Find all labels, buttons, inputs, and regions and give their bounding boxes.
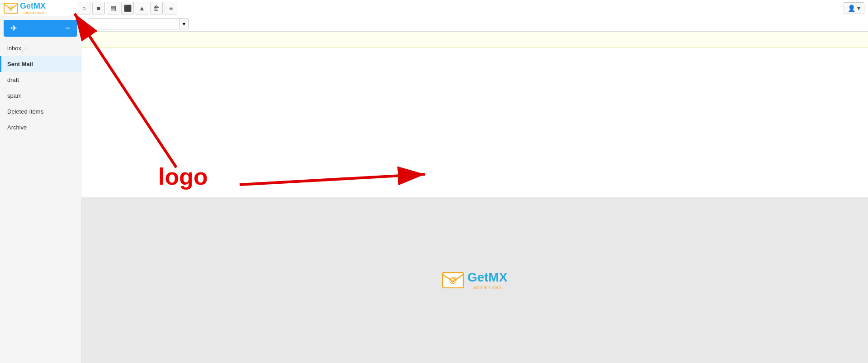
logo-brand: GetMX <box>20 1 46 10</box>
delete-button[interactable]: 🗑 <box>150 2 163 14</box>
logo-area[interactable]: @ GetMX - domain mail - <box>4 1 76 15</box>
more-button[interactable]: ≡ <box>165 2 177 14</box>
archive-label: Archive <box>7 124 27 131</box>
header: @ GetMX - domain mail - ○ ■ ▤ ⬛ ▲ 🗑 ≡ 👤 … <box>0 0 868 16</box>
logo-tagline: - domain mail - <box>20 11 47 15</box>
center-logo-brand: GetMX <box>467 270 508 285</box>
read-button[interactable]: ■ <box>92 2 105 14</box>
mail-toolbar: ▾ <box>81 16 868 32</box>
center-logo-text: GetMX - domain mail - <box>467 270 508 290</box>
sidebar-item-sent[interactable]: Sent Mail <box>0 56 81 72</box>
user-icon: 👤 <box>848 5 855 12</box>
center-logo-tagline: - domain mail - <box>467 285 508 290</box>
center-envelope-icon: @ <box>442 272 464 288</box>
logo-text: GetMX - domain mail - <box>20 1 47 15</box>
sidebar-item-archive[interactable]: Archive <box>0 119 81 135</box>
center-logo: @ GetMX - domain mail - <box>442 270 508 290</box>
folder-button[interactable]: ▤ <box>107 2 119 14</box>
search-dropdown-button[interactable]: ▾ <box>179 19 188 29</box>
spam-label: spam <box>7 92 22 99</box>
sidebar-item-deleted[interactable]: Deleted Items <box>0 104 81 119</box>
refresh-button[interactable]: ○ <box>78 2 90 14</box>
compose-icon: ✈ <box>11 24 17 33</box>
archive-button[interactable]: ⬛ <box>121 2 134 14</box>
content-area: @ GetMX - domain mail - <box>81 197 868 363</box>
compose-button[interactable]: ✈ − <box>4 20 77 37</box>
mail-notice <box>81 32 868 48</box>
inbox-label: inbox <box>7 45 21 52</box>
user-dropdown-arrow: ▾ <box>857 5 860 12</box>
mail-list <box>81 32 868 197</box>
inbox-star-icon[interactable]: ☆ <box>24 45 29 52</box>
sidebar-item-inbox[interactable]: inbox ☆ <box>0 40 81 56</box>
main-area: ▾ @ GetMX - domain mail - <box>81 16 868 363</box>
sent-label: Sent Mail <box>7 61 33 67</box>
sidebar-item-spam[interactable]: spam <box>0 88 81 104</box>
main-layout: ✈ − inbox ☆ Sent Mail draft spam Deleted… <box>0 16 868 363</box>
search-input[interactable] <box>89 19 179 29</box>
logo-envelope-icon: @ <box>4 3 18 14</box>
compose-minus: − <box>65 24 70 33</box>
user-menu-button[interactable]: 👤 ▾ <box>844 2 864 14</box>
deleted-label: Deleted Items <box>7 108 43 115</box>
flag-button[interactable]: ▲ <box>136 2 148 14</box>
search-box[interactable]: ▾ <box>89 18 189 29</box>
draft-label: draft <box>7 76 19 83</box>
sidebar-item-draft[interactable]: draft <box>0 72 81 88</box>
sidebar: ✈ − inbox ☆ Sent Mail draft spam Deleted… <box>0 16 81 363</box>
